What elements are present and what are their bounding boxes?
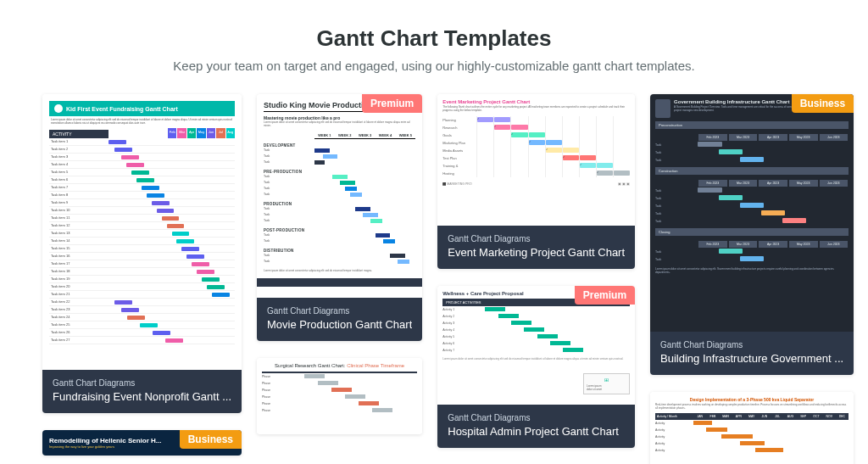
thumbnail: Event Marketing Project Gantt Chart The … bbox=[437, 94, 635, 226]
thumbnail: Studio King Movie Production Mastering m… bbox=[257, 94, 422, 298]
business-badge: Business bbox=[792, 94, 854, 113]
business-badge: Business bbox=[180, 430, 242, 449]
thumbnail: Kid First Event Fundraising Gantt Chart … bbox=[42, 94, 242, 370]
template-card-surgical[interactable]: Surgical Research Gantt Chart: Clinical … bbox=[257, 358, 422, 434]
premium-badge: Premium bbox=[362, 94, 422, 113]
card-caption: Gantt Chart Diagrams Event Marketing Pro… bbox=[437, 226, 635, 269]
template-card-design-impl[interactable]: Design Implementation of a 3-Phase 500 k… bbox=[650, 392, 854, 464]
template-grid: Kid First Event Fundraising Gantt Chart … bbox=[42, 94, 826, 464]
page-title: Gantt Chart Templates bbox=[42, 25, 826, 52]
template-card-fundraising[interactable]: Kid First Event Fundraising Gantt Chart … bbox=[42, 94, 242, 413]
thumbnail: Government Building Infrastructure Gantt… bbox=[650, 94, 854, 332]
premium-badge: Premium bbox=[575, 286, 635, 305]
template-card-remodelling[interactable]: Business Remodelling of Hellenic Senior … bbox=[42, 430, 242, 456]
template-card-event-marketing[interactable]: Event Marketing Project Gantt Chart The … bbox=[437, 94, 635, 269]
page-subtitle: Keep your team on target and engaged, us… bbox=[42, 59, 826, 73]
template-card-movie[interactable]: Premium Studio King Movie Production Mas… bbox=[257, 94, 422, 341]
card-caption: Gantt Chart Diagrams Building Infrastruc… bbox=[650, 332, 854, 375]
thumbnail: Design Implementation of a 3-Phase 500 k… bbox=[650, 392, 854, 464]
template-card-government[interactable]: Business Government Building Infrastruct… bbox=[650, 94, 854, 375]
card-caption: Gantt Chart Diagrams Hospital Admin Proj… bbox=[437, 405, 635, 448]
card-caption: Gantt Chart Diagrams Fundraising Event N… bbox=[42, 370, 242, 413]
thumbnail: Surgical Research Gantt Chart: Clinical … bbox=[257, 358, 422, 434]
card-caption: Gantt Chart Diagrams Movie Production Ga… bbox=[257, 298, 422, 341]
template-card-hospital[interactable]: Premium Wellness + Care Project Proposal… bbox=[437, 286, 635, 448]
